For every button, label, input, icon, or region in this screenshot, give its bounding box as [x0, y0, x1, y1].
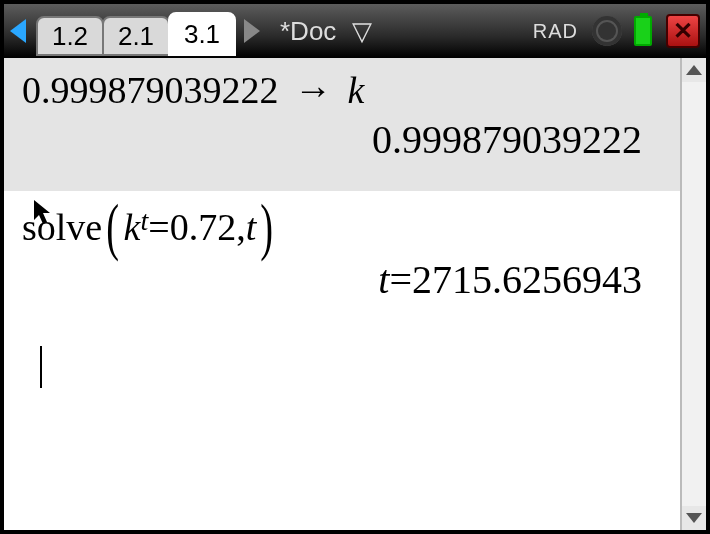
battery-icon: [634, 16, 652, 46]
calc-content[interactable]: 0.999879039222 → k 0.999879039222 solve …: [4, 58, 680, 530]
workspace: 0.999879039222 → k 0.999879039222 solve …: [4, 58, 706, 530]
solve-for-var: t: [246, 205, 257, 249]
tab-2-label: 2.1: [118, 21, 154, 52]
close-icon: ✕: [673, 17, 693, 45]
tab-2[interactable]: 2.1: [102, 16, 170, 56]
text-cursor-icon: [40, 346, 42, 388]
tab-3[interactable]: 3.1: [168, 12, 236, 56]
angle-mode-indicator: RAD: [533, 20, 578, 43]
nav-prev-icon[interactable]: [10, 19, 26, 43]
history-1-input: 0.999879039222 → k: [22, 68, 662, 112]
history-entry-1[interactable]: 0.999879039222 → k 0.999879039222: [4, 58, 680, 191]
scroll-down-button[interactable]: [682, 506, 706, 530]
nav-next-icon[interactable]: [244, 19, 260, 43]
document-title-text: *Doc: [280, 16, 336, 46]
store-arrow-icon: →: [294, 68, 332, 112]
cursor-pointer-icon: [32, 198, 54, 233]
solve-exp-var: t: [140, 205, 148, 237]
tab-strip: 1.2 2.1 3.1: [36, 4, 234, 58]
equals-sign: =: [148, 205, 169, 249]
close-button[interactable]: ✕: [666, 14, 700, 48]
solve-base-var: k: [124, 205, 141, 249]
doc-dropdown-icon: ▽: [352, 16, 372, 47]
solve-rhs: 0.72: [170, 205, 237, 249]
titlebar: 1.2 2.1 3.1 *Doc ▽ RAD ✕: [4, 4, 706, 58]
history-2-input: solve ( k t = 0.72 , t ): [22, 201, 278, 252]
result-var: t: [378, 257, 389, 302]
lparen-icon: (: [106, 201, 119, 252]
input-line[interactable]: [4, 331, 680, 416]
history-1-var: k: [348, 69, 365, 111]
history-entry-2[interactable]: solve ( k t = 0.72 , t ) t=2715.6256943: [4, 191, 680, 331]
result-val: 2715.6256943: [412, 257, 642, 302]
tab-1[interactable]: 1.2: [36, 16, 104, 56]
chevron-up-icon: [686, 65, 702, 75]
history-1-output: 0.999879039222: [22, 116, 662, 163]
comma: ,: [236, 205, 246, 249]
document-title[interactable]: *Doc ▽: [280, 16, 372, 47]
vertical-scrollbar[interactable]: [680, 58, 706, 530]
scroll-up-button[interactable]: [682, 58, 706, 82]
rparen-icon: ): [260, 201, 273, 252]
settings-gear-icon[interactable]: [592, 16, 622, 46]
chevron-down-icon: [686, 513, 702, 523]
result-eq: =: [389, 257, 412, 302]
history-1-lhs: 0.999879039222: [22, 69, 279, 111]
history-2-output: t=2715.6256943: [22, 256, 662, 303]
tab-3-label: 3.1: [184, 19, 220, 50]
app-frame: 1.2 2.1 3.1 *Doc ▽ RAD ✕ 0.999879039222 …: [0, 0, 710, 534]
tab-1-label: 1.2: [52, 21, 88, 52]
